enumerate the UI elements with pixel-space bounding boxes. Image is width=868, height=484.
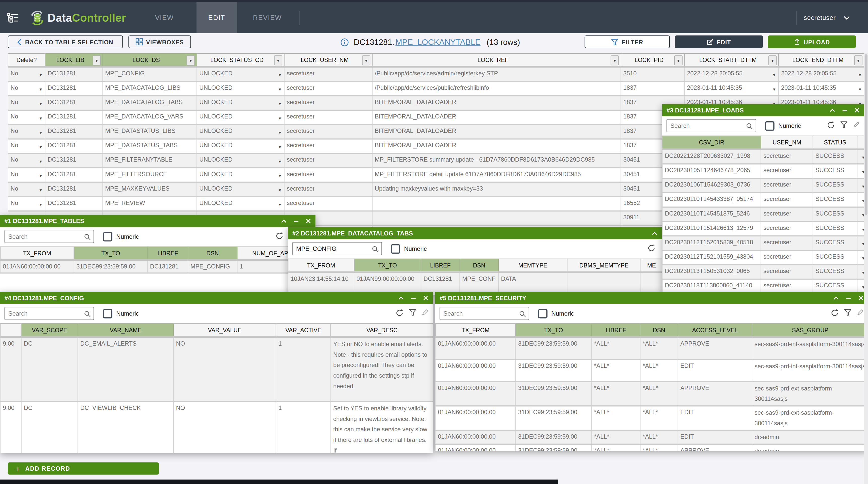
tab-view[interactable]: VIEW xyxy=(145,2,184,33)
column-header[interactable]: TX_TO xyxy=(74,247,147,260)
column-header[interactable]: LIBREF xyxy=(148,247,188,260)
vertical-scrollbar[interactable] xyxy=(864,53,868,484)
column-header[interactable]: DSN xyxy=(460,259,498,272)
column-header[interactable]: VAR_SCOPE xyxy=(22,324,78,337)
column-header[interactable]: LIBREF xyxy=(421,259,460,272)
cell-dropdown-icon[interactable]: ▼ xyxy=(39,157,42,166)
refresh-icon[interactable] xyxy=(276,232,283,240)
cell[interactable]: UNLOCKED▼ xyxy=(197,96,284,110)
cell[interactable]: secretuser xyxy=(284,182,372,197)
cell[interactable]: secretuser xyxy=(284,96,372,110)
viewbox-minimize-icon[interactable] xyxy=(842,108,847,113)
cell[interactable]: UNLOCKED▼ xyxy=(197,124,284,139)
cell[interactable]: UNLOCKED▼ xyxy=(197,139,284,153)
column-header[interactable]: Delete? xyxy=(8,53,45,67)
refresh-icon[interactable] xyxy=(827,121,835,129)
column-header[interactable]: MEMTYPE xyxy=(498,259,567,272)
cell-dropdown-icon[interactable]: ▼ xyxy=(862,254,864,263)
tree-menu-icon[interactable] xyxy=(6,13,19,25)
viewbox-collapse-icon[interactable] xyxy=(398,295,404,301)
cell-dropdown-icon[interactable]: ▼ xyxy=(39,186,42,195)
cell[interactable]: 1837 xyxy=(621,81,685,96)
cell[interactable] xyxy=(372,197,621,211)
viewbox-titlebar[interactable]: #3 DC131281.MPE_LOADS xyxy=(662,104,864,116)
column-filter-button[interactable]: ▼ xyxy=(854,55,863,65)
cell[interactable]: DC131281 xyxy=(45,96,103,110)
cell-dropdown-icon[interactable]: ▼ xyxy=(278,70,282,80)
cell-dropdown-icon[interactable]: ▼ xyxy=(39,200,42,209)
viewbox-collapse-icon[interactable] xyxy=(829,108,835,113)
column-header[interactable]: CSV_DIR xyxy=(662,136,761,149)
cell[interactable]: UNLOCKED▼ xyxy=(197,153,284,168)
column-header[interactable] xyxy=(857,136,864,149)
cell[interactable]: No▼ xyxy=(8,96,45,110)
refresh-icon[interactable] xyxy=(396,309,404,317)
cell-dropdown-icon[interactable]: ▼ xyxy=(858,70,862,80)
add-record-button[interactable]: + ADD RECORD xyxy=(8,462,159,475)
cell[interactable]: 2022-12-28 20:05:55▼ xyxy=(684,67,779,81)
cell[interactable]: No▼ xyxy=(8,139,45,153)
search-input[interactable] xyxy=(666,119,756,132)
cell[interactable]: secretuser xyxy=(284,139,372,153)
pencil-icon[interactable] xyxy=(853,121,860,129)
cell[interactable]: BITEMPORAL_DATALOADER xyxy=(372,96,621,110)
cell[interactable]: Updating maxkeyvalues with maxkey=33 xyxy=(372,182,621,197)
cell[interactable]: MPE_MAXKEYVALUES xyxy=(103,182,197,197)
tab-review[interactable]: REVIEW xyxy=(245,2,290,33)
cell[interactable]: No▼ xyxy=(8,110,45,124)
cell[interactable]: secretuser xyxy=(284,67,372,81)
title-table-link[interactable]: MPE_LOCKANYTABLE xyxy=(396,37,480,47)
cell[interactable]: /Public/app/dc/services/public/refreshli… xyxy=(372,81,621,96)
column-filter-button[interactable]: ▼ xyxy=(92,55,101,65)
column-filter-button[interactable]: ▼ xyxy=(768,55,777,65)
viewbox-titlebar[interactable]: #1 DC131281.MPE_TABLES xyxy=(0,215,316,227)
cell-dropdown-icon[interactable]: ▼ xyxy=(278,128,282,137)
column-header[interactable]: TX_FROM xyxy=(288,259,354,272)
cell[interactable]: DC131281 xyxy=(45,81,103,96)
column-header[interactable]: LOCK_DS▼ xyxy=(103,53,197,67)
numeric-checkbox[interactable] xyxy=(391,244,400,253)
viewbox-collapse-icon[interactable] xyxy=(652,231,658,236)
column-header[interactable]: VAR_DESC xyxy=(331,324,433,337)
cell[interactable]: secretuser xyxy=(284,81,372,96)
cell-dropdown-icon[interactable]: ▼ xyxy=(862,167,864,176)
search-input[interactable] xyxy=(4,307,94,320)
viewbox-titlebar[interactable]: #2 DC131281.MPE_DATACATALOG_TABS xyxy=(288,227,662,239)
pencil-icon[interactable] xyxy=(422,309,429,317)
column-header[interactable]: USER_NM xyxy=(761,136,813,149)
column-header[interactable]: DSN xyxy=(640,324,678,337)
info-icon[interactable] xyxy=(341,38,349,46)
cell[interactable]: secretuser xyxy=(284,110,372,124)
cell-dropdown-icon[interactable]: ▼ xyxy=(772,85,776,94)
cell[interactable]: DC131281 xyxy=(45,110,103,124)
numeric-checkbox[interactable] xyxy=(765,121,774,130)
cell-dropdown-icon[interactable]: ▼ xyxy=(278,85,282,94)
cell[interactable]: UNLOCKED▼ xyxy=(197,182,284,197)
cell[interactable]: No▼ xyxy=(8,153,45,168)
viewbox-minimize-icon[interactable] xyxy=(411,295,416,301)
search-input[interactable] xyxy=(292,242,382,255)
viewbox-titlebar[interactable]: #5 DC131281.MPE_SECURITY xyxy=(435,292,868,304)
viewbox-collapse-icon[interactable] xyxy=(833,295,839,301)
column-header[interactable]: DSN xyxy=(188,247,237,260)
cell[interactable]: /Public/app/dc/services/admin/registerke… xyxy=(372,67,621,81)
viewbox-close-icon[interactable] xyxy=(306,218,311,224)
column-header[interactable]: LOCK_STATUS_CD▼ xyxy=(197,53,284,67)
cell-dropdown-icon[interactable]: ▼ xyxy=(278,113,282,123)
cell[interactable]: UNLOCKED▼ xyxy=(197,168,284,182)
column-header[interactable]: LOCK_PID▼ xyxy=(621,53,685,67)
cell[interactable]: MPE_DATACATALOG_TABS xyxy=(103,96,197,110)
filter-icon[interactable] xyxy=(409,309,416,317)
cell-dropdown-icon[interactable]: ▼ xyxy=(278,186,282,195)
cell[interactable]: No▼ xyxy=(8,124,45,139)
cell[interactable]: BITEMPORAL_DATALOADER xyxy=(372,110,621,124)
cell-dropdown-icon[interactable]: ▼ xyxy=(862,153,864,162)
cell[interactable]: DC131281 xyxy=(45,124,103,139)
cell[interactable]: DC131281 xyxy=(45,67,103,81)
cell[interactable]: UNLOCKED▼ xyxy=(197,81,284,96)
filter-icon[interactable] xyxy=(844,309,851,317)
cell[interactable]: secretuser xyxy=(284,153,372,168)
cell[interactable]: MPE_CONFIG xyxy=(103,67,197,81)
cell-dropdown-icon[interactable]: ▼ xyxy=(39,113,42,123)
filter-button[interactable]: FILTER xyxy=(585,35,670,49)
